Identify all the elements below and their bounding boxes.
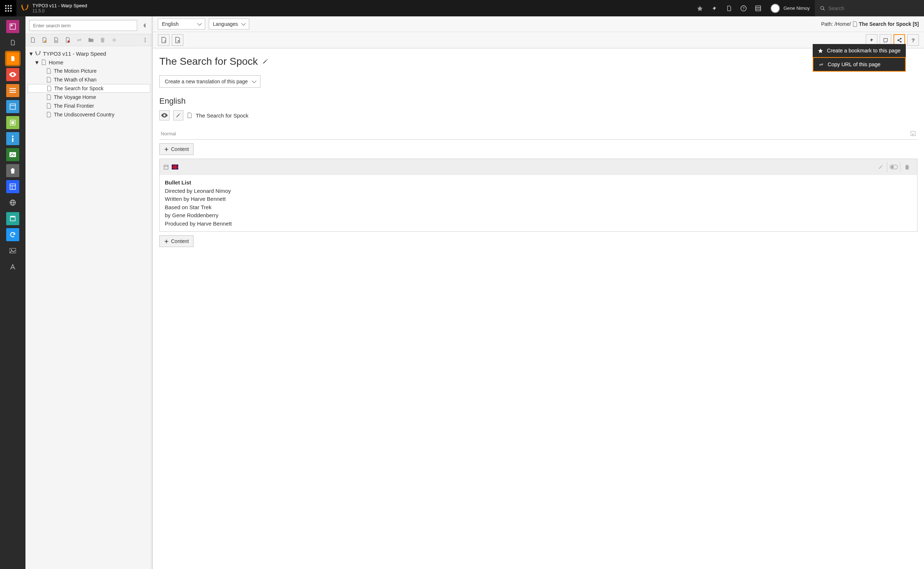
- svg-rect-19: [9, 90, 16, 91]
- add-content-button-bottom[interactable]: Content: [160, 235, 193, 247]
- help-button[interactable]: ?: [907, 34, 919, 46]
- tree-page[interactable]: The Final Frontier: [27, 102, 150, 110]
- module-redirects[interactable]: [6, 228, 19, 241]
- new-page-icon[interactable]: [29, 37, 36, 44]
- svg-rect-2: [10, 5, 12, 6]
- trash-icon[interactable]: [99, 37, 106, 44]
- module-forms[interactable]: [6, 116, 19, 129]
- column-header: Normal: [160, 128, 918, 140]
- language-heading: English: [160, 96, 918, 106]
- page-icon: [187, 113, 192, 118]
- module-group-site[interactable]: [6, 196, 19, 209]
- module-dashboard[interactable]: [6, 20, 19, 33]
- svg-rect-4: [8, 8, 9, 9]
- translate-dropdown[interactable]: Create a new translation of this page: [160, 75, 260, 88]
- app-info-icon[interactable]: [751, 0, 765, 17]
- tree-page-label: The Search for Spock: [54, 85, 103, 91]
- site-title: TYPO3 v11 - Warp Speed: [32, 3, 87, 9]
- tree-page[interactable]: The Undiscovered Country: [27, 110, 150, 119]
- edit-record-button[interactable]: [173, 110, 183, 120]
- svg-point-25: [12, 135, 14, 137]
- link-icon[interactable]: [76, 37, 83, 44]
- new-page-user-icon[interactable]: [41, 37, 48, 44]
- svg-rect-5: [10, 8, 12, 9]
- typo3-root-icon: [35, 50, 41, 56]
- module-sites[interactable]: [6, 212, 19, 225]
- toggle-icon[interactable]: ▼: [34, 59, 38, 65]
- collapse-tree-button[interactable]: [140, 20, 149, 31]
- module-list[interactable]: [6, 84, 19, 97]
- column-edit-icon[interactable]: [910, 131, 916, 137]
- tree-page[interactable]: The Wrath of Khan: [27, 75, 150, 84]
- svg-rect-11: [755, 6, 761, 11]
- bookmark-star-icon[interactable]: [693, 0, 707, 17]
- search-input[interactable]: [828, 6, 919, 11]
- cache-flash-icon[interactable]: [707, 0, 722, 17]
- divider-icon[interactable]: [111, 37, 118, 44]
- element-header[interactable]: [160, 159, 917, 175]
- element-toggle-button[interactable]: [887, 162, 900, 172]
- svg-rect-20: [9, 92, 16, 93]
- module-template[interactable]: [6, 148, 19, 161]
- svg-point-53: [891, 166, 894, 169]
- logo-text: TYPO3 v11 - Warp Speed 11.5.0: [32, 3, 87, 14]
- tree-root-label: TYPO3 v11 - Warp Speed: [43, 50, 106, 57]
- edit-title-icon[interactable]: [262, 59, 268, 64]
- tree-page-label: The Final Frontier: [54, 103, 94, 109]
- logo-block[interactable]: TYPO3 v11 - Warp Speed 11.5.0: [17, 3, 92, 14]
- module-recycler[interactable]: [6, 164, 19, 177]
- module-info[interactable]: [6, 132, 19, 145]
- element-line: Written by Harve Bennett: [165, 195, 912, 203]
- tree-search-input[interactable]: [29, 20, 137, 31]
- svg-rect-39: [68, 40, 70, 42]
- module-workspaces[interactable]: [6, 100, 19, 113]
- svg-rect-3: [5, 8, 6, 9]
- add-content-button-top[interactable]: Content: [160, 143, 193, 155]
- page-tree: ▼ TYPO3 v11 - Warp Speed ▼ Home The Moti…: [26, 46, 152, 569]
- path-segments: /Home/: [834, 21, 851, 27]
- module-group-web[interactable]: [6, 36, 19, 49]
- tree-root[interactable]: ▼ TYPO3 v11 - Warp Speed: [27, 49, 150, 58]
- document-open-icon[interactable]: [722, 0, 736, 17]
- new-mount-icon[interactable]: [64, 37, 71, 44]
- page-icon: [41, 59, 47, 65]
- language-select[interactable]: English: [158, 18, 205, 29]
- new-record-button[interactable]: [158, 34, 170, 46]
- element-line: Based on Star Trek: [165, 203, 912, 212]
- element-body: Bullet List Directed by Leonard NimoyWri…: [160, 175, 917, 231]
- svg-rect-8: [10, 10, 12, 12]
- module-filelist[interactable]: [6, 260, 19, 273]
- folder-icon[interactable]: [87, 37, 94, 44]
- svg-point-37: [11, 249, 12, 250]
- tree-page[interactable]: The Search for Spock: [27, 84, 150, 93]
- view-select[interactable]: Languages: [209, 18, 249, 29]
- element-delete-button[interactable]: [900, 162, 913, 172]
- copy-url-item[interactable]: Copy URL of this page: [813, 57, 906, 72]
- svg-rect-1: [8, 5, 9, 6]
- tree-page[interactable]: The Motion Picture: [27, 67, 150, 75]
- new-shortcut-icon[interactable]: [52, 37, 60, 44]
- star-icon: [818, 48, 823, 53]
- view-record-button[interactable]: [160, 110, 170, 120]
- search-icon: [820, 6, 825, 11]
- global-search[interactable]: [815, 0, 924, 17]
- svg-rect-28: [10, 184, 16, 190]
- toggle-icon[interactable]: ▼: [28, 50, 33, 57]
- user-menu[interactable]: Gene Nimoy: [765, 4, 815, 13]
- svg-point-42: [145, 40, 146, 41]
- svg-rect-49: [911, 131, 915, 136]
- module-page[interactable]: [6, 52, 19, 65]
- apps-icon[interactable]: [0, 0, 17, 17]
- module-view[interactable]: [6, 68, 19, 81]
- edit-page-button[interactable]: [172, 34, 183, 46]
- help-icon[interactable]: ?: [736, 0, 751, 17]
- tree-page-label: The Motion Picture: [54, 68, 97, 74]
- module-group-file[interactable]: [6, 244, 19, 257]
- tree-home[interactable]: ▼ Home: [27, 58, 150, 67]
- module-layout[interactable]: [6, 180, 19, 193]
- tree-page[interactable]: The Voyage Home: [27, 93, 150, 102]
- svg-rect-21: [10, 104, 16, 110]
- more-icon[interactable]: [141, 37, 149, 44]
- element-edit-button[interactable]: [874, 162, 887, 172]
- bookmark-page-item[interactable]: Create a bookmark to this page: [813, 44, 906, 57]
